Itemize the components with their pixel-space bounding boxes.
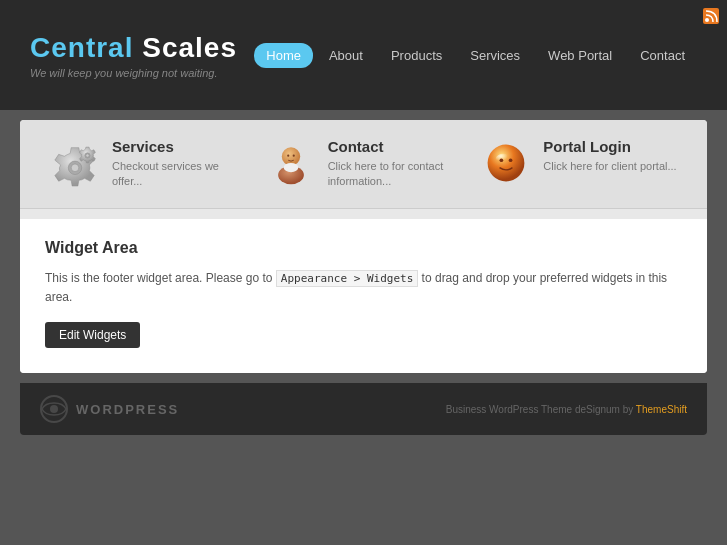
bottom-area [0, 435, 727, 465]
svg-point-12 [496, 154, 511, 163]
portal-title: Portal Login [543, 138, 676, 155]
header: Central Scales We will keep you weighing… [0, 0, 727, 110]
footer: WordPress Business WordPress Theme deSig… [20, 383, 707, 435]
svg-point-3 [71, 164, 79, 172]
widget-area: Widget Area This is the footer widget ar… [20, 219, 707, 373]
services-desc: Checkout services we offer... [112, 159, 246, 190]
svg-point-13 [500, 158, 504, 162]
svg-point-5 [86, 154, 89, 157]
svg-point-10 [292, 155, 294, 157]
logo-scales-text: Scales [142, 32, 237, 63]
footer-credit-text: Business WordPress Theme deSignum by [446, 404, 634, 415]
portal-desc: Click here for client portal... [543, 159, 676, 174]
rss-icon[interactable] [703, 8, 719, 24]
wordpress-icon [40, 395, 68, 423]
svg-point-11 [488, 145, 525, 182]
contact-title: Contact [328, 138, 462, 155]
features-bar: Services Checkout services we offer... [20, 120, 707, 209]
nav-services[interactable]: Services [458, 43, 532, 68]
nav-contact[interactable]: Contact [628, 43, 697, 68]
nav-about[interactable]: About [317, 43, 375, 68]
logo-area: Central Scales We will keep you weighing… [30, 31, 237, 80]
svg-point-14 [509, 158, 513, 162]
logo-central: Central [30, 32, 133, 63]
services-text: Services Checkout services we offer... [112, 138, 246, 190]
nav-home[interactable]: Home [254, 43, 313, 68]
logo-title: Central Scales [30, 31, 237, 65]
svg-point-1 [705, 18, 709, 22]
widget-description: This is the footer widget area. Please g… [45, 269, 682, 307]
contact-icon [266, 138, 316, 188]
edit-widgets-button[interactable]: Edit Widgets [45, 322, 140, 348]
footer-logo: WordPress [40, 395, 179, 423]
footer-credit-link[interactable]: ThemeShift [636, 404, 687, 415]
widget-text-before: This is the footer widget area. Please g… [45, 271, 272, 285]
services-title: Services [112, 138, 246, 155]
logo-tagline: We will keep you weighing not waiting. [30, 67, 237, 79]
feature-services[interactable]: Services Checkout services we offer... [40, 138, 256, 190]
nav-products[interactable]: Products [379, 43, 454, 68]
feature-portal[interactable]: Portal Login Click here for client porta… [471, 138, 687, 188]
contact-text: Contact Click here to for contact inform… [328, 138, 462, 190]
nav-webportal[interactable]: Web Portal [536, 43, 624, 68]
feature-contact[interactable]: Contact Click here to for contact inform… [256, 138, 472, 190]
svg-point-16 [50, 405, 58, 413]
services-icon [50, 138, 100, 188]
main-nav: Home About Products Services Web Portal … [254, 43, 697, 68]
contact-desc: Click here to for contact information... [328, 159, 462, 190]
main-content: Services Checkout services we offer... [20, 120, 707, 373]
widget-code: Appearance > Widgets [276, 270, 418, 287]
portal-text: Portal Login Click here for client porta… [543, 138, 676, 174]
footer-wp-label: WordPress [76, 402, 179, 417]
svg-point-8 [283, 163, 298, 172]
svg-point-9 [287, 155, 289, 157]
footer-credit: Business WordPress Theme deSignum by The… [446, 404, 687, 415]
widget-title: Widget Area [45, 239, 682, 257]
portal-icon [481, 138, 531, 188]
